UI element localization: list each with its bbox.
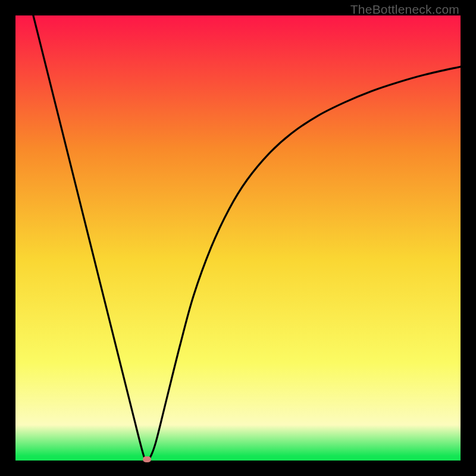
- chart-svg: [15, 15, 461, 461]
- chart-frame: [15, 15, 461, 461]
- watermark-text: TheBottleneck.com: [350, 2, 459, 17]
- gradient-background: [15, 15, 461, 461]
- optimum-marker: [143, 456, 151, 462]
